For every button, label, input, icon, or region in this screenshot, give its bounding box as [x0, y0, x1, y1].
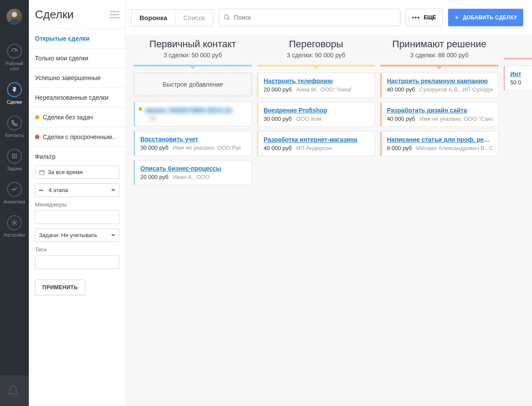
kanban-board: Первичный контакт 3 сделки: 50 000 руб Б… [126, 35, 532, 189]
card-contact: ООО Ком [296, 116, 322, 122]
more-button[interactable]: ••• ЕЩЕ [406, 9, 443, 26]
deal-card[interactable]: Разработка интернет-магазина 40 000 рубИ… [257, 131, 375, 156]
deal-card[interactable]: Написание статьи для проф. ресур 8 000 р… [380, 131, 498, 156]
card-meta: 8 000 рубМихаил Александрович В., О [387, 145, 493, 151]
apply-button[interactable]: ПРИМЕНИТЬ [35, 280, 85, 295]
svg-point-9 [16, 158, 16, 158]
tasks-select[interactable]: Задачи: Не учитывать [35, 228, 119, 242]
column-header: Со [504, 35, 532, 58]
card-meta: 40 000 рубСухоруков А.В., ИП Сухорукс [387, 86, 493, 93]
card-contact: 89... [149, 115, 160, 122]
card-title: Внедрение Profishop [264, 107, 369, 114]
card-contact: Сухоруков А.В., ИП Сухорукс [420, 86, 493, 93]
nav-dashboard[interactable]: Рабочий стол [0, 38, 29, 76]
card-price: 40 000 руб [264, 145, 292, 151]
tab-funnel[interactable]: Воронка [132, 10, 175, 26]
filter-list: Открытые сделки Только мои сделки Успешн… [29, 28, 125, 147]
card-meta: 30 000 рубООО Ком [264, 116, 369, 122]
gear-icon [7, 215, 22, 230]
column-color-bar [257, 65, 375, 66]
filter-no-tasks[interactable]: Сделки без задач [29, 108, 125, 127]
tab-list[interactable]: Список [175, 10, 213, 26]
search-box[interactable] [219, 9, 400, 26]
dots-icon: ••• [412, 14, 421, 21]
card-meta: 89... [145, 115, 246, 122]
tags-input[interactable] [35, 256, 119, 269]
card-title: звонок 79263073665 (2015-10- [145, 106, 246, 113]
deal-card[interactable]: Описать бизнес-процессы 20 000 рубИван А… [134, 160, 252, 185]
nav-deals[interactable]: Сделки [0, 76, 29, 109]
deal-card[interactable]: Восстановить учет 30 000 рубИмя не указа… [134, 131, 252, 156]
input-value: За все время [48, 169, 83, 175]
card-price: 20 000 руб [264, 86, 292, 93]
main: Воронка Список ••• ЕЩЕ ДОБАВИТЬ СДЕЛКУ П… [126, 0, 532, 406]
button-label: ЕЩЕ [424, 14, 436, 21]
deal-card[interactable]: Настроить телефонию 20 000 рубАнна М., О… [257, 73, 375, 98]
stages-select[interactable]: 4 этапа [35, 183, 119, 197]
page-title: Сделки [35, 8, 74, 21]
card-meta: 40 000 рубИП Андерсон [264, 145, 369, 151]
filter-lost-deals[interactable]: Нереализованные сделки [29, 88, 125, 108]
filter-label: Успешно завершенные [35, 74, 101, 81]
kanban-column: Со Инт 50 0 [501, 35, 532, 189]
nav-bottom[interactable] [0, 375, 29, 406]
deal-card[interactable]: Разработать дизайн сайта 40 000 рубИмя н… [380, 102, 498, 127]
nav-label: Настройки [3, 233, 25, 238]
svg-point-4 [12, 156, 13, 156]
column-color-bar [380, 65, 498, 66]
nav-label: Сделки [7, 100, 22, 105]
card-price: 40 000 руб [387, 116, 415, 122]
filter-label: Нереализованные сделки [35, 94, 108, 101]
deal-card[interactable]: Настроить рекламную кампанию 40 000 рубС… [380, 73, 498, 98]
card-contact: Иван А., ООО [173, 174, 210, 180]
column-color-bar [504, 58, 532, 60]
kanban-column: Принимают решение 3 сделки: 88 000 руб Н… [378, 35, 501, 189]
nav-contacts[interactable]: Контакты [0, 109, 29, 143]
kanban-column: Первичный контакт 3 сделки: 50 000 руб Б… [131, 35, 254, 189]
card-meta: 20 000 рубИван А., ООО [140, 174, 246, 180]
column-subtitle: 3 сделки: 50 000 руб [134, 52, 252, 59]
card-price: 20 000 руб [140, 174, 169, 180]
nav-label: Аналитика [3, 200, 25, 205]
nav-label: Рабочий стол [6, 61, 23, 72]
filter-won-deals[interactable]: Успешно завершенные [29, 68, 125, 88]
search-input[interactable] [230, 14, 396, 21]
filter-my-deals[interactable]: Только мои сделки [29, 49, 125, 68]
filter-label: Сделки с просроченным.. [43, 133, 115, 140]
card-contact: Анна М., ООО "Анна" [296, 86, 353, 93]
nav-tasks[interactable]: Задачи [0, 143, 29, 176]
menu-icon[interactable] [110, 11, 119, 18]
tags-label: Теги [35, 246, 119, 253]
search-icon [223, 14, 230, 21]
date-filter-input[interactable]: За все время [35, 165, 119, 179]
svg-point-3 [16, 154, 16, 154]
card-price: 30 000 руб [140, 144, 169, 151]
filter-label: Открытые сделки [35, 35, 90, 42]
phone-icon [7, 116, 22, 130]
main-nav: Рабочий стол Сделки Контакты Задачи Анал… [0, 0, 29, 406]
managers-input[interactable] [35, 210, 119, 224]
chart-icon [7, 182, 22, 197]
card-title: Инт [510, 70, 532, 77]
quick-add-card[interactable]: Быстрое добавление [134, 73, 252, 96]
svg-rect-11 [40, 170, 45, 174]
column-title: Принимают решение [380, 38, 498, 50]
nav-analytics[interactable]: Аналитика [0, 176, 29, 209]
dash-icon [39, 190, 43, 191]
column-subtitle: 3 сделки: 88 000 руб [380, 52, 498, 59]
deal-card[interactable]: Инт 50 0 [504, 66, 532, 91]
toolbar: Воронка Список ••• ЕЩЕ ДОБАВИТЬ СДЕЛКУ [126, 0, 532, 35]
card-contact: Михаил Александрович В., О [416, 145, 493, 151]
bell-phone-icon [7, 383, 22, 399]
svg-point-12 [224, 15, 228, 19]
filter-overdue[interactable]: Сделки с просроченным.. [29, 127, 125, 147]
avatar[interactable] [7, 9, 22, 24]
nav-settings[interactable]: Настройки [0, 209, 29, 242]
deal-card[interactable]: звонок 79263073665 (2015-10- 89... [134, 102, 252, 126]
sidebar: Сделки Открытые сделки Только мои сделки… [29, 0, 126, 406]
deal-card[interactable]: Внедрение Profishop 30 000 рубООО Ком [257, 102, 375, 127]
card-price: 40 000 руб [387, 86, 415, 93]
add-deal-button[interactable]: ДОБАВИТЬ СДЕЛКУ [448, 9, 523, 26]
svg-point-2 [14, 154, 14, 154]
filter-open-deals[interactable]: Открытые сделки [29, 29, 125, 49]
